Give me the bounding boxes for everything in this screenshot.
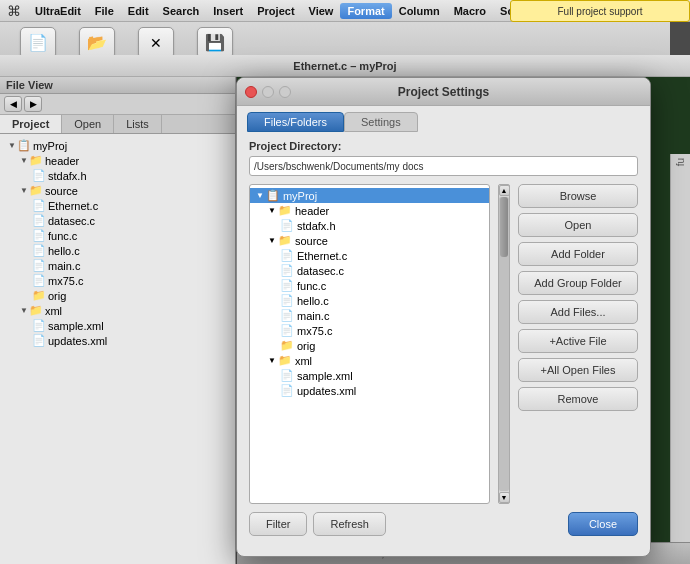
list-item[interactable]: ▼ 📋 myProj [0, 138, 235, 153]
menubar: ⌘ UltraEdit File Edit Search Insert Proj… [0, 0, 690, 22]
add-folder-button[interactable]: Add Folder [518, 242, 638, 266]
tab-project[interactable]: Project [0, 115, 62, 133]
list-item[interactable]: 📄 stdafx.h [0, 168, 235, 183]
add-group-folder-button[interactable]: Add Group Folder [518, 271, 638, 295]
menu-project[interactable]: Project [250, 3, 301, 19]
expand-icon: ▼ [20, 306, 28, 315]
dialog-close-button[interactable]: Close [568, 512, 638, 536]
tree-item-label: header [45, 155, 79, 167]
modal-body: Project Directory: ▼ 📋 myProj ▼ 📁 header… [237, 132, 650, 544]
project-settings-dialog: Project Settings Files/Folders Settings … [236, 77, 651, 557]
list-item[interactable]: 📄 updates.xml [0, 333, 235, 348]
tree-item-label: orig [297, 340, 315, 352]
menu-column[interactable]: Column [392, 3, 447, 19]
scroll-up-button[interactable]: ▲ [499, 185, 510, 196]
folder-icon: 📁 [32, 289, 46, 302]
tab-settings[interactable]: Settings [344, 112, 418, 132]
menu-edit[interactable]: Edit [121, 3, 156, 19]
list-item[interactable]: ▼ 📁 source [0, 183, 235, 198]
file-icon: 📄 [32, 274, 46, 287]
filter-button[interactable]: Filter [249, 512, 307, 536]
list-item[interactable]: 📄 sample.xml [250, 368, 489, 383]
list-item[interactable]: ▼ 📁 xml [250, 353, 489, 368]
list-item[interactable]: 📄 datasec.c [0, 213, 235, 228]
window-minimize-button[interactable] [262, 86, 274, 98]
list-item[interactable]: 📄 Ethernet.c [0, 198, 235, 213]
tree-item-label: main.c [48, 260, 80, 272]
file-icon: 📄 [32, 259, 46, 272]
menu-view[interactable]: View [302, 3, 341, 19]
nav-forward-button[interactable]: ▶ [24, 96, 42, 112]
list-item[interactable]: ▼ 📁 source [250, 233, 489, 248]
list-item[interactable]: ▼ 📋 myProj [250, 188, 489, 203]
tree-item-label: myProj [33, 140, 67, 152]
tree-item-label: source [295, 235, 328, 247]
tab-files-folders[interactable]: Files/Folders [247, 112, 344, 132]
file-icon: 📄 [280, 309, 294, 322]
tree-item-label: func.c [297, 280, 326, 292]
list-item[interactable]: 📄 func.c [250, 278, 489, 293]
file-icon: 📄 [280, 279, 294, 292]
expand-icon: ▼ [20, 186, 28, 195]
window-maximize-button[interactable] [279, 86, 291, 98]
file-icon: 📄 [280, 294, 294, 307]
scroll-thumb[interactable] [500, 197, 508, 257]
list-item[interactable]: 📄 hello.c [250, 293, 489, 308]
refresh-button[interactable]: Refresh [313, 512, 386, 536]
project-icon: 📋 [17, 139, 31, 152]
folder-icon: 📁 [278, 204, 292, 217]
browse-button[interactable]: Browse [518, 184, 638, 208]
all-open-files-button[interactable]: +All Open Files [518, 358, 638, 382]
tooltip-text: Full project support [557, 6, 642, 17]
list-item[interactable]: 📄 datasec.c [250, 263, 489, 278]
menu-insert[interactable]: Insert [206, 3, 250, 19]
menu-search[interactable]: Search [156, 3, 207, 19]
tree-item-label: datasec.c [48, 215, 95, 227]
file-icon: 📄 [280, 369, 294, 382]
traffic-lights [245, 86, 291, 98]
tree-item-label: header [295, 205, 329, 217]
scroll-down-button[interactable]: ▼ [499, 492, 510, 503]
remove-button[interactable]: Remove [518, 387, 638, 411]
tree-item-label: myProj [283, 190, 317, 202]
project-dir-label: Project Directory: [249, 140, 638, 152]
modal-file-tree[interactable]: ▼ 📋 myProj ▼ 📁 header 📄 stdafx.h ▼ 📁 sou… [249, 184, 490, 504]
list-item[interactable]: ▼ 📁 xml [0, 303, 235, 318]
list-item[interactable]: 📄 updates.xml [250, 383, 489, 398]
list-item[interactable]: 📄 stdafx.h [250, 218, 489, 233]
list-item[interactable]: 📄 Ethernet.c [250, 248, 489, 263]
open-button[interactable]: Open [518, 213, 638, 237]
list-item[interactable]: 📁 orig [0, 288, 235, 303]
tab-open[interactable]: Open [62, 115, 114, 133]
project-dir-input[interactable] [249, 156, 638, 176]
menu-macro[interactable]: Macro [447, 3, 493, 19]
file-icon: 📄 [280, 324, 294, 337]
list-item[interactable]: 📄 main.c [250, 308, 489, 323]
expand-icon: ▼ [8, 141, 16, 150]
list-item[interactable]: 📄 hello.c [0, 243, 235, 258]
close-icon: ✕ [138, 27, 174, 59]
new-icon: 📄 [20, 27, 56, 59]
tree-item-label: xml [295, 355, 312, 367]
list-item[interactable]: 📄 func.c [0, 228, 235, 243]
list-item[interactable]: ▼ 📁 header [250, 203, 489, 218]
list-item[interactable]: 📄 sample.xml [0, 318, 235, 333]
menu-file[interactable]: File [88, 3, 121, 19]
active-file-button[interactable]: +Active File [518, 329, 638, 353]
window-close-button[interactable] [245, 86, 257, 98]
menu-ultraedit[interactable]: UltraEdit [28, 3, 88, 19]
list-item[interactable]: ▼ 📁 header [0, 153, 235, 168]
nav-back-button[interactable]: ◀ [4, 96, 22, 112]
file-icon: 📄 [280, 219, 294, 232]
expand-icon: ▼ [268, 236, 276, 245]
scroll-track[interactable] [499, 197, 509, 491]
list-item[interactable]: 📄 main.c [0, 258, 235, 273]
list-item[interactable]: 📄 mx75.c [250, 323, 489, 338]
list-item[interactable]: 📄 mx75.c [0, 273, 235, 288]
tab-lists[interactable]: Lists [114, 115, 162, 133]
modal-titlebar: Project Settings [237, 78, 650, 106]
add-files-button[interactable]: Add Files... [518, 300, 638, 324]
tooltip-bar: Full project support [510, 0, 690, 22]
menu-format[interactable]: Format [340, 3, 391, 19]
list-item[interactable]: 📁 orig [250, 338, 489, 353]
